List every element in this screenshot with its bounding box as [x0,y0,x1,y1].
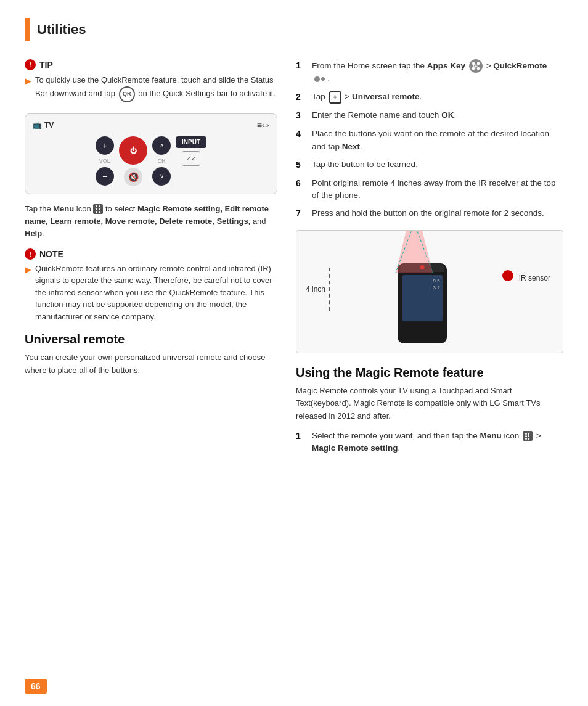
step-7-num: 7 [296,207,308,220]
header-accent [25,18,30,41]
steps-list: 1 From the Home screen tap the Apps Key … [296,59,563,220]
svg-rect-2 [472,67,475,70]
apps-key-icon [469,59,483,73]
ir-diagram: 9 5 3 2 4 inch [296,230,563,353]
note-icon: ! [25,248,36,260]
step-4: 4 Place the buttons you want on the remo… [296,128,563,153]
ch-up-btn: ∧ [152,136,171,155]
step-1-num: 1 [296,59,308,72]
magic-remote-text: Magic Remote controls your TV using a To… [296,385,563,422]
far-right-group: INPUT ↗↙ [176,136,206,186]
tip-icon: ! [25,59,36,70]
note-text: QuickRemote features an ordinary remote … [35,263,277,323]
ir-screen-numbers: 9 5 3 2 [433,277,440,291]
ch-down-btn: ∨ [152,167,171,186]
magic-step-1: 1 Select the remote you want, and then t… [296,430,563,455]
left-column: ! TIP ▶ To quickly use the QuickRemote f… [25,59,277,464]
right-column: 1 From the Home screen tap the Apps Key … [296,59,563,464]
plus-icon: + [329,91,341,104]
svg-marker-4 [396,230,433,273]
tip-content: ▶ To quickly use the QuickRemote feature… [25,74,277,102]
input-btn: INPUT [176,136,206,148]
ir-phone-device: 9 5 3 2 [398,263,447,343]
vol-group: + VOL − [96,136,114,186]
page-number: 66 [25,679,47,694]
tip-box: ! TIP ▶ To quickly use the QuickRemote f… [25,59,277,102]
ch-label: CH [158,158,166,164]
step-1: 1 From the Home screen tap the Apps Key … [296,59,563,85]
ir-beam-svg [371,230,457,273]
menu-dots-icon [93,204,103,214]
magic-step-1-text: Select the remote you want, and then tap… [312,430,563,455]
page: Utilities ! TIP ▶ To quickly use the Qui… [0,0,588,706]
menu-description: Tap the Menu icon to select Magic Remote… [25,203,277,240]
step-2-num: 2 [296,91,308,104]
step-7: 7 Press and hold the button on the origi… [296,207,563,220]
universal-remote-section: Universal remote You can create your own… [25,332,277,376]
remote-illustration: 📺 TV ≡⇔ + VOL − ⏻ 🔇 [25,113,277,194]
quickremote-icon [313,76,326,82]
ch-group: ∧ CH ∨ [152,136,171,186]
note-header: ! NOTE [25,248,277,260]
vol-label: VOL [99,158,111,164]
quicksettings-icon: QR [119,86,135,102]
universal-remote-text: You can create your own personalized uni… [25,351,277,376]
vertical-dashed-line [329,268,330,311]
magic-step-1-num: 1 [296,430,308,443]
power-group: ⏻ 🔇 [119,136,147,186]
tv-icon: 📺 [33,121,42,129]
step-6: 6 Point original remote 4 inches away fr… [296,177,563,202]
tip-header: ! TIP [25,59,277,70]
step-3-text: Enter the Remote name and touch OK. [312,109,563,121]
note-content: ▶ QuickRemote features an ordinary remot… [25,263,277,323]
header: Utilities [25,18,563,41]
step-6-num: 6 [296,177,308,190]
ir-sensor-label: IR sensor [519,274,550,282]
step-5-text: Tap the button to be learned. [312,158,563,171]
mute-btn: 🔇 [124,168,142,186]
step-3-num: 3 [296,109,308,122]
note-label: NOTE [39,249,63,259]
power-btn: ⏻ [119,136,147,165]
content-columns: ! TIP ▶ To quickly use the QuickRemote f… [25,59,563,464]
remote-menu-icon: ≡⇔ [257,120,269,130]
step-1-text: From the Home screen tap the Apps Key > … [312,59,563,85]
ir-4inch-label: 4 inch [306,268,330,311]
magic-remote-section: Using the Magic Remote feature Magic Rem… [296,366,563,454]
step-2: 2 Tap + > Universal remote. [296,91,563,104]
step-3: 3 Enter the Remote name and touch OK. [296,109,563,122]
svg-rect-1 [477,62,480,65]
menu-icon-inline [523,431,533,441]
ir-red-dot [502,270,513,281]
magic-remote-title: Using the Magic Remote feature [296,366,563,380]
expand-btn: ↗↙ [182,151,200,166]
universal-remote-title: Universal remote [25,332,277,347]
remote-buttons: + VOL − ⏻ 🔇 ∧ CH ∨ [33,136,269,186]
tip-label: TIP [39,60,53,70]
svg-rect-3 [477,67,480,70]
ir-screen-area: 9 5 3 2 [402,275,443,321]
magic-steps-list: 1 Select the remote you want, and then t… [296,430,563,455]
step-5: 5 Tap the button to be learned. [296,158,563,171]
step-6-text: Point original remote 4 inches away from… [312,177,563,202]
page-title: Utilities [37,22,86,38]
remote-top-bar: 📺 TV ≡⇔ [33,120,269,130]
step-7-text: Press and hold the button on the origina… [312,207,563,220]
step-5-num: 5 [296,158,308,171]
remote-tv-label: 📺 TV [33,121,54,129]
note-box: ! NOTE ▶ QuickRemote features an ordinar… [25,248,277,323]
step-4-num: 4 [296,128,308,141]
tip-text: To quickly use the QuickRemote feature, … [35,74,277,102]
vol-up-btn: + [96,136,114,155]
note-arrow-icon: ▶ [25,263,31,276]
arrow-icon: ▶ [25,75,31,88]
svg-rect-0 [472,62,475,65]
step-4-text: Place the buttons you want on the remote… [312,128,563,153]
step-2-text: Tap + > Universal remote. [312,91,563,103]
vol-down-btn: − [96,167,114,186]
